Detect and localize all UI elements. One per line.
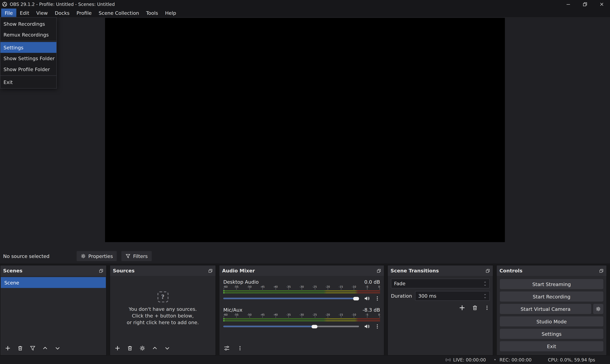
remove-scene-button[interactable] (17, 345, 23, 351)
popout-icon[interactable] (599, 268, 604, 273)
popout-icon[interactable] (99, 268, 103, 273)
live-time-text: LIVE: 00:00:00 (453, 357, 486, 363)
record-dot-icon (493, 358, 497, 362)
menu-tools[interactable]: Tools (143, 9, 162, 17)
menu-item-settings[interactable]: Settings (0, 42, 56, 53)
scene-filters-button[interactable] (29, 345, 36, 351)
meter-bar-right (223, 292, 380, 293)
scenes-dock-header[interactable]: Scenes (0, 265, 106, 276)
properties-button[interactable]: Properties (77, 251, 117, 261)
combo-arrows[interactable] (484, 280, 487, 286)
menu-separator (0, 41, 56, 41)
preview-canvas[interactable] (105, 18, 505, 242)
scene-transitions-header[interactable]: Scene Transitions (388, 265, 493, 276)
remove-transition-button[interactable] (472, 305, 478, 311)
meter-tick-label: -35 (286, 313, 291, 316)
sources-dock-header[interactable]: Sources (110, 265, 216, 276)
spin-arrows[interactable] (484, 293, 487, 299)
filters-button[interactable]: Filters (122, 251, 152, 261)
chevron-up-icon (152, 345, 158, 351)
menu-scene-collection[interactable]: Scene Collection (95, 9, 143, 17)
menu-view[interactable]: View (33, 9, 51, 17)
meter-tick-label: -45 (260, 285, 265, 288)
start-recording-button[interactable]: Start Recording (500, 291, 603, 302)
add-source-button[interactable] (114, 345, 121, 351)
slider-handle[interactable] (353, 297, 359, 300)
add-scene-button[interactable] (5, 345, 11, 351)
studio-mode-button[interactable]: Studio Mode (500, 316, 603, 326)
sources-list[interactable]: ? You don't have any sources. Click the … (110, 276, 216, 341)
speaker-icon[interactable] (364, 323, 370, 330)
channel-menu-button[interactable] (375, 324, 380, 329)
question-icon: ? (157, 291, 168, 302)
transition-select[interactable]: Fade (391, 279, 490, 288)
kebab-icon (237, 345, 243, 351)
window-title: OBS 29.1.2 - Profile: Untitled - Scenes:… (10, 1, 115, 7)
mixer-menu-button[interactable] (237, 345, 243, 351)
controls-dock-header[interactable]: Controls (497, 265, 606, 276)
chevron-down-icon (164, 345, 170, 351)
audio-mixer-body: Desktop Audio 0.0 dB -60 -55 -50 -45 -40… (219, 276, 384, 355)
move-source-up-button[interactable] (152, 345, 158, 351)
sources-empty-line: or right click here to add one. (127, 319, 199, 326)
menu-edit[interactable]: Edit (16, 9, 33, 17)
popout-icon[interactable] (377, 268, 381, 273)
minimize-button[interactable] (560, 0, 576, 9)
controls-dock: Controls Start Streaming Start Recording… (496, 265, 607, 356)
menu-item-exit[interactable]: Exit (0, 77, 56, 88)
slider-handle[interactable] (312, 325, 317, 328)
menu-docks[interactable]: Docks (51, 9, 73, 17)
menu-separator (0, 75, 56, 76)
meter-tick-label: -30 (299, 285, 304, 288)
move-scene-up-button[interactable] (42, 345, 48, 351)
duration-spinbox[interactable]: 300 ms (415, 291, 490, 301)
meter-tick-label: -15 (339, 285, 343, 288)
scene-transitions-body: Fade Duration 300 ms (388, 276, 493, 355)
virtual-camera-config-button[interactable] (593, 304, 603, 314)
mixer-channel-mic-aux: Mic/Aux -8.3 dB -60 -55 -50 -45 -40 -35 … (223, 306, 380, 330)
menu-file[interactable]: File (1, 9, 16, 17)
volume-slider[interactable] (223, 323, 359, 330)
controls-dock-title: Controls (499, 268, 522, 274)
advanced-audio-button[interactable] (224, 345, 230, 351)
menu-item-remux-recordings[interactable]: Remux Recordings (0, 29, 56, 40)
volume-meter: -60 -55 -50 -45 -40 -35 -30 -25 -20 -15 … (223, 285, 380, 293)
popout-icon[interactable] (208, 268, 213, 273)
volume-slider[interactable] (223, 295, 359, 302)
start-virtual-camera-button[interactable]: Start Virtual Camera (500, 304, 591, 314)
close-icon (599, 1, 604, 7)
source-status-text: No source selected (3, 253, 50, 259)
popout-icon[interactable] (486, 268, 490, 273)
add-transition-button[interactable] (459, 304, 466, 311)
sources-dock: Sources ? You don't have any sources. Cl… (110, 265, 216, 356)
settings-button[interactable]: Settings (500, 329, 603, 339)
speaker-icon[interactable] (364, 295, 370, 301)
scene-list-item[interactable]: Scene (1, 277, 106, 288)
meter-tick-label: -60 (223, 285, 228, 288)
source-properties-button[interactable] (139, 345, 145, 351)
meter-tick-label: -25 (312, 313, 317, 316)
close-button[interactable] (593, 0, 610, 9)
transition-actions (391, 304, 490, 311)
start-streaming-button[interactable]: Start Streaming (500, 279, 603, 289)
menu-item-show-profile-folder[interactable]: Show Profile Folder (0, 64, 56, 75)
meter-tick-label: -50 (247, 313, 252, 316)
move-scene-down-button[interactable] (54, 345, 61, 351)
restore-button[interactable] (576, 0, 593, 9)
menu-item-show-settings-folder[interactable]: Show Settings Folder (0, 53, 56, 64)
exit-button[interactable]: Exit (500, 341, 603, 351)
menu-profile[interactable]: Profile (73, 9, 95, 17)
duration-value: 300 ms (418, 293, 436, 299)
meter-tick-label: 0 (378, 285, 380, 288)
meter-tick-label: -60 (223, 313, 228, 316)
audio-mixer-header[interactable]: Audio Mixer (219, 265, 384, 276)
remove-source-button[interactable] (127, 345, 133, 351)
channel-menu-button[interactable] (375, 296, 380, 301)
transition-menu-button[interactable] (484, 305, 490, 311)
properties-button-label: Properties (88, 253, 113, 259)
menu-help[interactable]: Help (162, 9, 180, 17)
menu-item-show-recordings[interactable]: Show Recordings (0, 18, 56, 29)
move-source-down-button[interactable] (164, 345, 170, 351)
source-toolbar-buttons: Properties Filters (77, 251, 152, 261)
duration-label: Duration (391, 293, 412, 299)
